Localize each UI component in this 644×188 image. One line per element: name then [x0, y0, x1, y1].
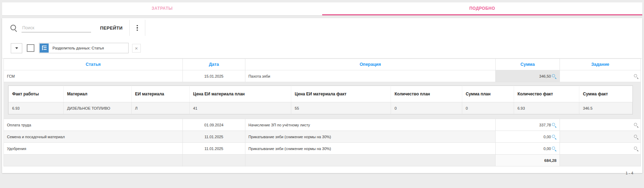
pagination-range: 1 - 4: [2, 166, 642, 175]
cell-date[interactable]: 01.09.2024: [183, 119, 245, 131]
total-row: 684,28: [4, 155, 641, 166]
cell-task[interactable]: [560, 143, 641, 155]
cell-article[interactable]: Семена и посадочный материал: [4, 131, 183, 143]
detail-container: Факт работы Материал ЕИ материала Цена Е…: [4, 82, 641, 119]
filter-row: Разделитель данных: Статья ×: [11, 42, 642, 54]
dropdown-button[interactable]: [11, 43, 22, 53]
drilldown-icon[interactable]: [552, 74, 556, 79]
cell-date[interactable]: 11.01.2025: [183, 143, 245, 155]
detail-col-price-plan: Цена ЕИ материала план: [189, 86, 291, 102]
column-header-date[interactable]: Дата: [183, 59, 245, 70]
amount-value: 0,00: [544, 147, 551, 151]
task-lookup-icon[interactable]: [634, 74, 638, 79]
detail-col-qty-plan: Количество план: [391, 86, 462, 102]
search-icon: [10, 24, 17, 32]
detail-cell: 41: [189, 102, 291, 114]
detail-data-row: 6.93 ДИЗЕЛЬНОЕ ТОПЛИВО Л 41 55 0 0 6.93 …: [9, 102, 633, 114]
detail-cell: 55: [291, 102, 391, 114]
cell-operation[interactable]: Начисление ЗП по учётному листу: [245, 119, 495, 131]
go-button[interactable]: ПЕРЕЙТИ: [98, 25, 125, 31]
tab-podrobno[interactable]: ПОДРОБНО: [322, 2, 642, 15]
cell-amount[interactable]: 0,00: [496, 143, 560, 155]
column-header-article[interactable]: Статья: [4, 59, 183, 70]
total-empty-cell: [4, 155, 183, 166]
total-amount: 684,28: [496, 155, 560, 166]
cell-date[interactable]: 11.01.2025: [183, 131, 245, 143]
content-panel: ПЕРЕЙТИ Разделитель данных: Статья × Ста…: [2, 18, 642, 173]
cell-article[interactable]: ГСМ: [4, 70, 183, 82]
drilldown-icon[interactable]: [552, 146, 556, 151]
tab-bar: ЗАТРАТЫ ПОДРОБНО: [2, 2, 642, 15]
expenses-table: Статья Дата Операция Сумма Задание ГСМ 1…: [3, 58, 641, 166]
cell-task[interactable]: [560, 131, 641, 143]
toolbar: ПЕРЕЙТИ: [2, 18, 642, 38]
select-checkbox[interactable]: [27, 44, 34, 52]
task-lookup-icon[interactable]: [634, 123, 638, 127]
table-header-row: Статья Дата Операция Сумма Задание: [4, 59, 641, 70]
cell-amount[interactable]: 346,50: [496, 70, 560, 82]
search-input[interactable]: [22, 24, 91, 32]
cell-amount[interactable]: 0,00: [496, 131, 560, 143]
detail-col-sum-plan: Сумма план: [462, 86, 514, 102]
detail-cell: 346.5: [579, 102, 633, 114]
detail-col-fact-work: Факт работы: [9, 86, 64, 102]
amount-value: 0,00: [544, 135, 551, 139]
cell-operation[interactable]: Прикатывание зяби (снижение нормы на 30%…: [245, 131, 495, 143]
table-row: Удобрения 11.01.2025 Прикатывание зяби (…: [4, 143, 641, 155]
data-separator-chip[interactable]: Разделитель данных: Статья: [39, 43, 129, 53]
toolbar-divider: [145, 20, 145, 36]
detail-cell: Л: [131, 102, 189, 114]
cell-task[interactable]: [560, 119, 641, 131]
drilldown-icon[interactable]: [552, 123, 556, 127]
detail-col-price-fact: Цена ЕИ материала факт: [291, 86, 391, 102]
detail-col-material: Материал: [63, 86, 131, 102]
detail-table: Факт работы Материал ЕИ материала Цена Е…: [8, 86, 633, 114]
detail-header-row: Факт работы Материал ЕИ материала Цена Е…: [9, 86, 633, 102]
detail-col-qty-fact: Количество факт: [514, 86, 579, 102]
detail-cell: ДИЗЕЛЬНОЕ ТОПЛИВО: [63, 102, 131, 114]
cell-amount[interactable]: 337,78: [496, 119, 560, 131]
detail-col-unit: ЕИ материала: [131, 86, 189, 102]
toolbar-divider: [129, 20, 130, 36]
cell-date[interactable]: 15.01.2025: [183, 70, 245, 82]
kebab-menu-icon[interactable]: [134, 24, 140, 32]
amount-value: 337,78: [539, 123, 551, 127]
cell-article[interactable]: Удобрения: [4, 143, 183, 155]
table-row: Оплата труда 01.09.2024 Начисление ЗП по…: [4, 119, 641, 131]
cell-task[interactable]: [560, 70, 641, 82]
remove-filter-button[interactable]: ×: [132, 44, 141, 53]
column-header-amount[interactable]: Сумма: [496, 59, 560, 70]
total-empty-cell: [245, 155, 495, 166]
tab-zatraty[interactable]: ЗАТРАТЫ: [2, 2, 322, 15]
detail-cell: 6.93: [514, 102, 579, 114]
detail-row: Факт работы Материал ЕИ материала Цена Е…: [4, 82, 641, 119]
detail-cell: 6.93: [9, 102, 64, 114]
amount-value: 346,50: [539, 74, 551, 78]
table-row: ГСМ 15.01.2025 Пахота зяби 346,50: [4, 70, 641, 82]
detail-col-sum-fact: Сумма факт: [579, 86, 633, 102]
chip-label: Разделитель данных: Статья: [52, 46, 104, 50]
column-header-task[interactable]: Задание: [560, 59, 641, 70]
chevron-down-icon: [15, 47, 18, 49]
cell-operation[interactable]: Пахота зяби: [245, 70, 495, 82]
detail-cell: 0: [462, 102, 514, 114]
cell-operation[interactable]: Прикатывание зяби (снижение нормы на 30%…: [245, 143, 495, 155]
task-lookup-icon[interactable]: [634, 134, 638, 139]
drilldown-icon[interactable]: [552, 134, 556, 139]
column-header-operation[interactable]: Операция: [245, 59, 495, 70]
total-empty-cell: [560, 155, 641, 166]
total-empty-cell: [183, 155, 245, 166]
table-row: Семена и посадочный материал 11.01.2025 …: [4, 131, 641, 143]
cell-article[interactable]: Оплата труда: [4, 119, 183, 131]
detail-cell: 0: [391, 102, 462, 114]
group-by-icon: [40, 44, 49, 53]
detail-table-box: Факт работы Материал ЕИ материала Цена Е…: [8, 85, 633, 115]
task-lookup-icon[interactable]: [634, 146, 638, 151]
